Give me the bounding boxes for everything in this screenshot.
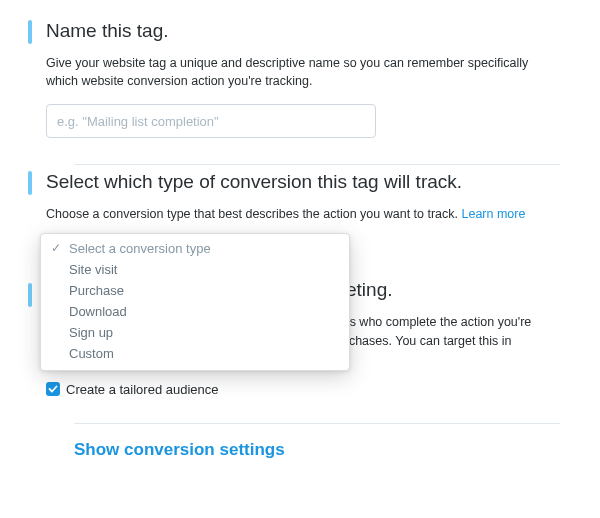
option-label: Purchase [69, 283, 124, 298]
accent-bar [28, 20, 32, 44]
check-icon: ✓ [51, 241, 61, 255]
conversion-type-select-wrap: ✓ Select a conversion type Site visit Pu… [46, 237, 346, 271]
option-label: Site visit [69, 262, 117, 277]
section-desc-conversion-type: Choose a conversion type that best descr… [46, 205, 560, 223]
section-title-conversion-type: Select which type of conversion this tag… [46, 171, 560, 193]
option-label: Select a conversion type [69, 241, 211, 256]
section-name-tag: Name this tag. Give your website tag a u… [28, 14, 590, 158]
section-desc-name-tag: Give your website tag a unique and descr… [46, 54, 560, 90]
create-tailored-audience-row[interactable]: Create a tailored audience [46, 382, 560, 397]
dropdown-option-site-visit[interactable]: Site visit [41, 259, 349, 280]
learn-more-link[interactable]: Learn more [462, 207, 526, 221]
dropdown-option-placeholder[interactable]: ✓ Select a conversion type [41, 238, 349, 259]
checkbox-label: Create a tailored audience [66, 382, 219, 397]
accent-bar [28, 283, 32, 307]
show-conversion-settings-toggle[interactable]: Show conversion settings [28, 424, 590, 480]
section-title-name-tag: Name this tag. [46, 20, 560, 42]
section-conversion-type: Select which type of conversion this tag… [28, 165, 590, 275]
option-label: Download [69, 304, 127, 319]
option-label: Custom [69, 346, 114, 361]
accent-bar [28, 171, 32, 195]
conversion-type-dropdown: ✓ Select a conversion type Site visit Pu… [40, 233, 350, 371]
title-suffix-visible: eting. [346, 279, 392, 300]
dropdown-option-purchase[interactable]: Purchase [41, 280, 349, 301]
check-icon [48, 384, 58, 394]
create-tailored-audience-checkbox[interactable] [46, 382, 60, 396]
desc-text: Choose a conversion type that best descr… [46, 207, 462, 221]
tag-name-input[interactable] [46, 104, 376, 138]
dropdown-option-sign-up[interactable]: Sign up [41, 322, 349, 343]
dropdown-option-custom[interactable]: Custom [41, 343, 349, 364]
option-label: Sign up [69, 325, 113, 340]
dropdown-option-download[interactable]: Download [41, 301, 349, 322]
